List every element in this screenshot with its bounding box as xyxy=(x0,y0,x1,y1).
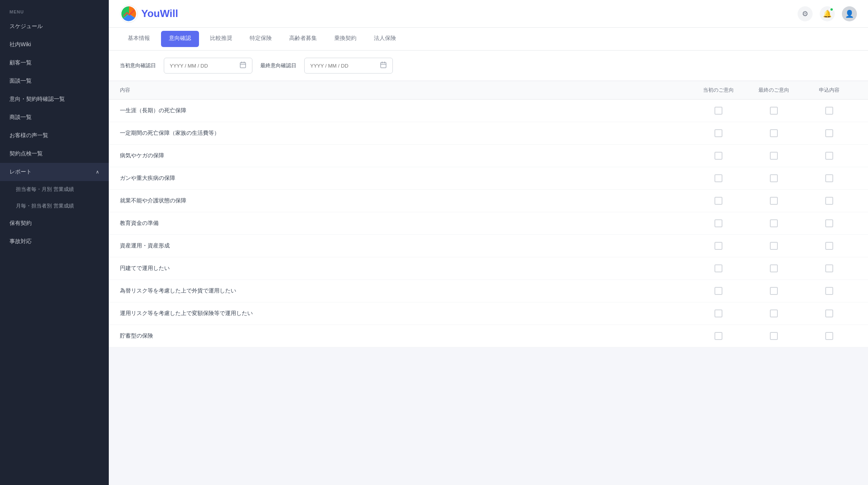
final-date-input[interactable] xyxy=(310,63,377,69)
checkbox-final[interactable] xyxy=(770,264,778,272)
checkbox-application[interactable] xyxy=(825,197,833,205)
sidebar-item-intentions[interactable]: 意向・契約時確認一覧 xyxy=(0,90,109,108)
sidebar-item-reports[interactable]: レポート ∧ xyxy=(0,163,109,181)
sidebar-item-label: 契約点検一覧 xyxy=(9,150,43,157)
tab-specific-insurance[interactable]: 特定保険 xyxy=(242,28,280,50)
tab-elderly-recruitment[interactable]: 高齢者募集 xyxy=(281,28,325,50)
tab-replacement-contract[interactable]: 乗換契約 xyxy=(326,28,364,50)
sidebar-item-schedule[interactable]: スケジュール xyxy=(0,17,109,36)
checkbox-cell-application xyxy=(802,287,857,295)
app-logo-text: YouWill xyxy=(141,8,178,20)
checkbox-final[interactable] xyxy=(770,107,778,115)
sidebar-item-negotiations[interactable]: 商談一覧 xyxy=(0,108,109,126)
checkbox-application[interactable] xyxy=(825,309,833,317)
settings-button[interactable]: ⚙ xyxy=(798,6,813,21)
sidebar-item-contracts[interactable]: 契約点検一覧 xyxy=(0,145,109,163)
checkbox-initial[interactable] xyxy=(714,309,722,317)
table-row: 一生涯（長期）の死亡保障 xyxy=(109,100,868,122)
sidebar-sub-item-monthly-sales[interactable]: 担当者毎・月別 営業成績 xyxy=(0,181,109,198)
checkbox-initial[interactable] xyxy=(714,152,722,160)
checkbox-final[interactable] xyxy=(770,242,778,250)
checkbox-final[interactable] xyxy=(770,152,778,160)
checkbox-initial[interactable] xyxy=(714,174,722,182)
user-icon: 👤 xyxy=(845,9,854,18)
checkbox-application[interactable] xyxy=(825,174,833,182)
table-row: 円建てで運用したい xyxy=(109,257,868,280)
checkbox-final[interactable] xyxy=(770,174,778,182)
checkbox-cell-initial xyxy=(691,332,746,340)
chevron-up-icon: ∧ xyxy=(96,169,99,175)
checkbox-cell-application xyxy=(802,309,857,317)
checkbox-cell-final xyxy=(746,152,802,160)
final-calendar-icon[interactable] xyxy=(380,61,387,70)
checkbox-cell-application xyxy=(802,264,857,272)
checkbox-final[interactable] xyxy=(770,332,778,340)
date-filter-area: 当初意向確認日 最終意向確認日 xyxy=(109,51,868,81)
checkbox-cell-application xyxy=(802,197,857,205)
checkbox-application[interactable] xyxy=(825,107,833,115)
tab-comparison[interactable]: 比較推奨 xyxy=(202,28,240,50)
tabs-bar: 基本情報 意向確認 比較推奨 特定保険 高齢者募集 乗換契約 法人保険 xyxy=(109,28,868,51)
main-area: YouWill ⚙ 🔔 👤 基本情報 意向確認 比較推奨 xyxy=(109,0,868,485)
checkbox-initial[interactable] xyxy=(714,287,722,295)
checkbox-application[interactable] xyxy=(825,242,833,250)
initial-date-input[interactable] xyxy=(170,63,236,69)
tab-basic-info[interactable]: 基本情報 xyxy=(120,28,158,50)
checkbox-application[interactable] xyxy=(825,152,833,160)
tab-label: 特定保険 xyxy=(250,35,272,41)
initial-date-input-wrapper xyxy=(164,58,252,74)
checkbox-initial[interactable] xyxy=(714,332,722,340)
gear-icon: ⚙ xyxy=(802,9,808,18)
checkbox-cell-final xyxy=(746,287,802,295)
checkbox-final[interactable] xyxy=(770,197,778,205)
sidebar-sub-item-label: 担当者毎・月別 営業成績 xyxy=(16,186,74,192)
checkbox-initial[interactable] xyxy=(714,242,722,250)
table-row: ガンや重大疾病の保障 xyxy=(109,167,868,190)
user-avatar-button[interactable]: 👤 xyxy=(842,6,857,21)
row-label: 病気やケガの保障 xyxy=(120,152,691,159)
sidebar-item-label: 事故対応 xyxy=(9,238,32,244)
checkbox-final[interactable] xyxy=(770,219,778,227)
checkbox-initial[interactable] xyxy=(714,129,722,137)
checkbox-initial[interactable] xyxy=(714,107,722,115)
checkbox-cell-initial xyxy=(691,287,746,295)
initial-calendar-icon[interactable] xyxy=(239,61,246,70)
sidebar-item-label: スケジュール xyxy=(9,23,43,29)
tab-corporate-insurance[interactable]: 法人保険 xyxy=(366,28,404,50)
checkbox-cell-final xyxy=(746,332,802,340)
checkbox-initial[interactable] xyxy=(714,264,722,272)
checkbox-cell-application xyxy=(802,152,857,160)
checkbox-cell-initial xyxy=(691,129,746,137)
checkbox-application[interactable] xyxy=(825,332,833,340)
sidebar-item-wiki[interactable]: 社内Wiki xyxy=(0,36,109,54)
notifications-button[interactable]: 🔔 xyxy=(820,6,835,21)
table-row: 為替リスク等を考慮した上で外貨で運用したい xyxy=(109,280,868,302)
tab-label: 比較推奨 xyxy=(210,35,232,41)
checkbox-final[interactable] xyxy=(770,287,778,295)
sidebar-item-label: 社内Wiki xyxy=(9,41,31,47)
checkbox-application[interactable] xyxy=(825,219,833,227)
table-row: 一定期間の死亡保障（家族の生活費等） xyxy=(109,122,868,145)
checkbox-initial[interactable] xyxy=(714,197,722,205)
checkbox-cell-application xyxy=(802,107,857,115)
row-label: ガンや重大疾病の保障 xyxy=(120,175,691,182)
checkbox-cell-final xyxy=(746,309,802,317)
svg-rect-1 xyxy=(240,62,246,68)
sidebar-item-interviews[interactable]: 面談一覧 xyxy=(0,72,109,90)
sidebar-item-accidents[interactable]: 事故対応 xyxy=(0,232,109,251)
checkbox-initial[interactable] xyxy=(714,219,722,227)
checkbox-application[interactable] xyxy=(825,264,833,272)
checkbox-final[interactable] xyxy=(770,309,778,317)
checkbox-application[interactable] xyxy=(825,129,833,137)
checkbox-cell-final xyxy=(746,264,802,272)
checkbox-cell-initial xyxy=(691,152,746,160)
sidebar-item-held-contracts[interactable]: 保有契約 xyxy=(0,214,109,232)
table-area: 内容 当初のご意向 最終のご意向 申込内容 一生涯（長期）の死亡保障 一定期間の… xyxy=(109,81,868,347)
tab-intention-confirm[interactable]: 意向確認 xyxy=(161,31,199,47)
sidebar-item-voices[interactable]: お客様の声一覧 xyxy=(0,126,109,145)
sidebar-item-customers[interactable]: 顧客一覧 xyxy=(0,54,109,72)
checkbox-final[interactable] xyxy=(770,129,778,137)
checkbox-application[interactable] xyxy=(825,287,833,295)
sidebar-sub-item-monthly-by-person[interactable]: 月毎・担当者別 営業成績 xyxy=(0,198,109,214)
table-row: 運用リスク等を考慮した上で変額保険等で運用したい xyxy=(109,302,868,325)
